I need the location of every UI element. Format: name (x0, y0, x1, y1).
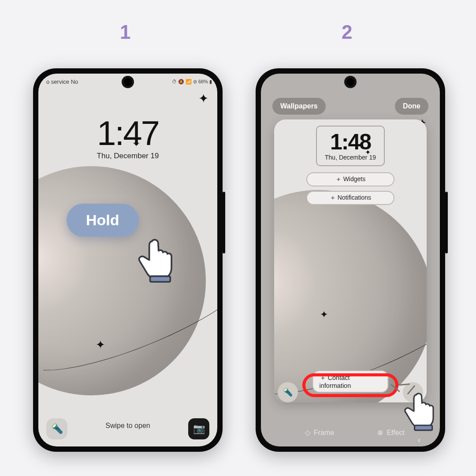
camera-shortcut[interactable]: 📷 (188, 418, 209, 439)
back-caret-icon[interactable]: ‹ (418, 435, 420, 445)
done-button[interactable]: Done (395, 98, 428, 115)
lockscreen-preview-card[interactable]: ✦ 1:48 Thu, December 19 ✦ ＋ Widgets ＋ No… (274, 119, 427, 402)
effect-icon: ⊗ (377, 428, 383, 437)
battery-text: 68% (198, 79, 208, 84)
battery-icon: ▮ (209, 79, 212, 85)
front-camera-hole (124, 78, 132, 86)
lockscreen[interactable]: o service No ⏱ 🔕 📶 ⊘ 68% ▮ ✦ 1:47 Thu, D… (38, 74, 217, 446)
svg-rect-1 (415, 425, 432, 430)
wifi-icon: 📶 (186, 79, 192, 85)
highlight-ring (302, 373, 398, 397)
lockscreen-editor: Wallpapers Done ✦ ✦ 1:48 Thu, December 1… (261, 74, 440, 446)
svg-rect-0 (150, 276, 171, 282)
frame-label: Frame (314, 429, 334, 437)
phone-frame-2: Wallpapers Done ✦ ✦ 1:48 Thu, December 1… (256, 68, 445, 452)
mute-icon: 🔕 (178, 79, 184, 85)
alarm-icon: ⏱ (172, 79, 177, 84)
sparkle-icon: ✦ (198, 91, 208, 106)
add-notifications-button[interactable]: ＋ Notifications (306, 191, 394, 205)
lockscreen-date: Thu, December 19 (38, 152, 217, 160)
add-widgets-button[interactable]: ＋ Widgets (306, 172, 394, 186)
no-data-icon: ⊘ (193, 79, 197, 85)
frame-icon: ◇ (305, 428, 310, 437)
front-camera-hole (346, 78, 354, 86)
hold-tooltip: Hold (67, 204, 139, 237)
sparkle-icon: ✦ (320, 309, 328, 320)
carrier-text: o service No (46, 78, 78, 85)
sparkle-icon: ✦ (96, 338, 105, 352)
status-icons: ⏱ 🔕 📶 ⊘ 68% ▮ (172, 79, 212, 85)
sparkle-icon: ✦ (132, 138, 140, 149)
pointing-hand-icon (133, 236, 182, 286)
clock-widget-editable[interactable]: 1:48 Thu, December 19 ✦ (316, 126, 385, 166)
phone-frame-1: o service No ⏱ 🔕 📶 ⊘ 68% ▮ ✦ 1:47 Thu, D… (33, 68, 223, 452)
step-number-1: 1 (120, 21, 130, 43)
wallpapers-button[interactable]: Wallpapers (272, 98, 326, 115)
step-number-2: 2 (342, 21, 352, 43)
frame-button[interactable]: ◇ Frame (305, 428, 334, 437)
lockscreen-clock: 1:47 (38, 113, 217, 153)
flashlight-shortcut-slot[interactable]: 🔦 (278, 382, 298, 402)
sparkle-icon: ✦ (365, 148, 371, 156)
flashlight-shortcut[interactable]: 🔦 (46, 418, 67, 439)
pointing-hand-icon (400, 390, 440, 434)
